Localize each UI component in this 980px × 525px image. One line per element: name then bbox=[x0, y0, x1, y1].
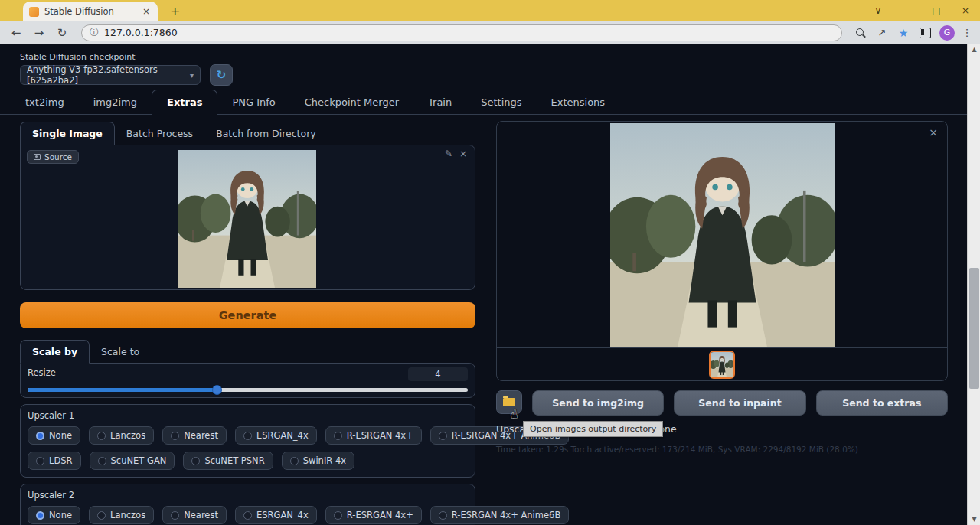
new-tab-button[interactable]: + bbox=[170, 4, 180, 18]
upscaler-option-label: ESRGAN_4x bbox=[256, 430, 309, 441]
source-image bbox=[178, 150, 316, 288]
checkpoint-label: Stable Diffusion checkpoint bbox=[20, 52, 233, 62]
resize-value-input[interactable]: 4 bbox=[408, 367, 468, 381]
refresh-icon: ↻ bbox=[217, 68, 227, 82]
screen: Stable Diffusion × + ∨ – □ × ← → ↻ ⓘ 127… bbox=[0, 0, 980, 525]
upscaler-option-r-esrgan-4x-[interactable]: R-ESRGAN 4x+ bbox=[325, 506, 422, 524]
tab-extensions[interactable]: Extensions bbox=[537, 90, 620, 114]
gallery-close-icon[interactable]: × bbox=[929, 126, 938, 139]
clear-image-icon[interactable]: × bbox=[459, 148, 467, 159]
side-panel-icon[interactable] bbox=[916, 27, 934, 39]
tab-close-icon[interactable]: × bbox=[141, 6, 152, 17]
share-icon[interactable]: ↗ bbox=[873, 27, 891, 38]
profile-avatar[interactable]: G bbox=[939, 25, 955, 41]
subtab-batch-from-directory[interactable]: Batch from Directory bbox=[204, 122, 328, 145]
tab-txt2img[interactable]: txt2img bbox=[11, 90, 79, 114]
checkpoint-value: Anything-V3-fp32.safetensors [625a2ba2] bbox=[27, 64, 190, 86]
chevron-down-icon: ▾ bbox=[190, 71, 194, 80]
upscaler-option-label: Nearest bbox=[184, 430, 218, 441]
zoom-icon[interactable] bbox=[851, 27, 870, 39]
radio-icon bbox=[171, 511, 179, 520]
upscaler-option-label: None bbox=[49, 510, 72, 520]
source-label-chip: Source bbox=[27, 150, 79, 164]
upscaler-option-esrgan-4x[interactable]: ESRGAN_4x bbox=[235, 426, 317, 445]
edit-image-icon[interactable]: ✎ bbox=[445, 148, 452, 159]
tab-train[interactable]: Train bbox=[413, 90, 466, 114]
tab-png-info[interactable]: PNG Info bbox=[217, 90, 289, 114]
resize-slider[interactable] bbox=[28, 385, 468, 394]
forward-button[interactable]: → bbox=[29, 26, 49, 40]
tab-checkpoint-merger[interactable]: Checkpoint Merger bbox=[290, 90, 413, 114]
generate-button[interactable]: Generate bbox=[20, 302, 475, 328]
radio-icon bbox=[97, 511, 106, 520]
bookmark-star-icon[interactable]: ★ bbox=[894, 27, 913, 39]
gradio-favicon-icon bbox=[29, 7, 39, 17]
address-bar[interactable]: ⓘ 127.0.0.1:7860 bbox=[81, 24, 842, 41]
refresh-checkpoint-button[interactable]: ↻ bbox=[210, 64, 233, 86]
tab-scale-by[interactable]: Scale by bbox=[20, 340, 90, 364]
back-button[interactable]: ← bbox=[6, 26, 26, 40]
upscaler-option-nearest[interactable]: Nearest bbox=[162, 506, 227, 524]
page-scrollbar[interactable]: ▲ ▼ bbox=[967, 44, 980, 525]
upscaler-1-panel: Upscaler 1 NoneLanczosNearestESRGAN_4xR-… bbox=[20, 404, 475, 478]
source-image-panel[interactable]: Source ✎ × bbox=[20, 145, 475, 290]
radio-icon bbox=[439, 432, 447, 440]
extras-output-column: × Send to img2img Send to inpaint Send t… bbox=[496, 121, 948, 525]
browser-tab[interactable]: Stable Diffusion × bbox=[23, 2, 158, 21]
upscaler-option-none[interactable]: None bbox=[28, 426, 80, 445]
scrollbar-thumb[interactable] bbox=[969, 268, 979, 389]
upscaler-option-label: R-ESRGAN 4x+ bbox=[347, 510, 413, 520]
reload-button[interactable]: ↻ bbox=[52, 26, 72, 40]
radio-icon bbox=[36, 511, 44, 520]
radio-icon bbox=[36, 432, 44, 440]
upscaler-option-scunet-gan[interactable]: ScuNET GAN bbox=[90, 452, 175, 470]
upscaler-option-label: Nearest bbox=[184, 510, 218, 520]
upscaler-option-lanczos[interactable]: Lanczos bbox=[89, 506, 154, 524]
upscaler-1-label: Upscaler 1 bbox=[28, 410, 468, 421]
site-info-icon[interactable]: ⓘ bbox=[90, 26, 99, 39]
upscaler-option-swinir-4x[interactable]: SwinIR 4x bbox=[282, 452, 354, 470]
subtab-batch-process[interactable]: Batch Process bbox=[115, 122, 204, 145]
send-to-inpaint-button[interactable]: Send to inpaint bbox=[674, 390, 805, 416]
slider-fill bbox=[28, 388, 217, 392]
tab-extras[interactable]: Extras bbox=[152, 90, 217, 115]
browser-menu-icon[interactable]: ⋮ bbox=[960, 27, 974, 38]
upscaler-option-none[interactable]: None bbox=[28, 506, 80, 524]
result-image[interactable] bbox=[610, 123, 835, 347]
result-thumbnail[interactable] bbox=[709, 351, 735, 379]
upscaler-option-scunet-psnr[interactable]: ScuNET PSNR bbox=[183, 452, 273, 470]
scroll-up-icon[interactable]: ▲ bbox=[968, 44, 980, 55]
close-button[interactable]: × bbox=[951, 5, 980, 16]
radio-icon bbox=[171, 432, 179, 440]
upscaler-option-label: ScuNET PSNR bbox=[204, 455, 264, 466]
upscaler-option-esrgan-4x[interactable]: ESRGAN_4x bbox=[235, 506, 317, 524]
scroll-down-icon[interactable]: ▼ bbox=[968, 514, 980, 525]
tab-settings[interactable]: Settings bbox=[466, 90, 536, 114]
tab-scale-to[interactable]: Scale to bbox=[90, 341, 151, 363]
send-to-extras-button[interactable]: Send to extras bbox=[816, 390, 948, 416]
upscaler-option-ldsr[interactable]: LDSR bbox=[28, 452, 81, 470]
resize-panel: Resize 4 bbox=[20, 363, 475, 398]
slider-handle[interactable] bbox=[212, 385, 222, 395]
upscaler-option-r-esrgan-4x-[interactable]: R-ESRGAN 4x+ bbox=[325, 426, 422, 445]
minimize-button[interactable]: – bbox=[893, 5, 922, 16]
url-text: 127.0.0.1:7860 bbox=[104, 27, 178, 38]
scale-mode-tabs: Scale by Scale to bbox=[20, 339, 475, 363]
tab-img2img[interactable]: img2img bbox=[79, 90, 152, 114]
radio-icon bbox=[36, 457, 44, 465]
tab-search-icon[interactable]: ∨ bbox=[864, 5, 893, 16]
browser-titlebar: Stable Diffusion × + ∨ – □ × bbox=[0, 0, 980, 21]
upscaler-option-label: ScuNET GAN bbox=[111, 455, 167, 466]
upscaler-option-lanczos[interactable]: Lanczos bbox=[89, 426, 154, 445]
send-to-img2img-button[interactable]: Send to img2img bbox=[532, 390, 664, 416]
window-controls: ∨ – □ × bbox=[864, 0, 980, 21]
radio-icon bbox=[334, 511, 342, 520]
maximize-button[interactable]: □ bbox=[922, 5, 951, 16]
upscaler-option-nearest[interactable]: Nearest bbox=[162, 426, 227, 445]
browser-toolbar: ← → ↻ ⓘ 127.0.0.1:7860 ↗ ★ G ⋮ bbox=[0, 21, 980, 44]
tab-title: Stable Diffusion bbox=[44, 6, 136, 17]
memory-stats-text: Time taken: 1.29s Torch active/reserved:… bbox=[496, 445, 948, 454]
subtab-single-image[interactable]: Single Image bbox=[20, 122, 115, 145]
checkpoint-dropdown[interactable]: Anything-V3-fp32.safetensors [625a2ba2] … bbox=[20, 65, 201, 85]
radio-icon bbox=[439, 511, 447, 520]
